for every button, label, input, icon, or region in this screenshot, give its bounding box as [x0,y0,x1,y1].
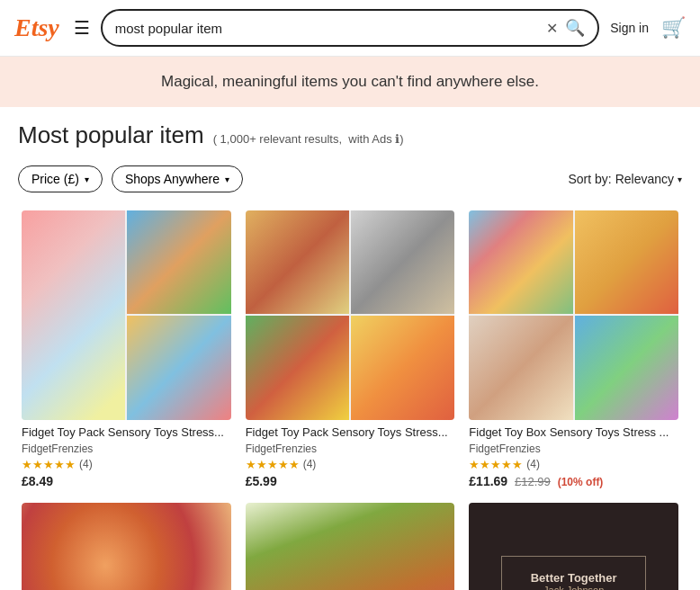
shops-chevron-icon: ▾ [225,174,229,184]
bt-title: Better Together [520,571,627,585]
product-img-bl-2 [246,316,349,419]
product-img-bl-3 [469,316,572,419]
product-image-1 [22,210,231,420]
product-card-6[interactable]: Better Together Jack Johnson [462,496,686,590]
product-img-tr-3 [575,210,678,314]
bt-artist: Jack Johnson [520,585,627,590]
filters-row: Price (£) ▾ Shops Anywhere ▾ Sort by: Re… [0,156,700,203]
product-img-br-3 [575,316,678,419]
bt-card-inner: Better Together Jack Johnson [501,556,646,590]
search-bar: ✕ 🔍 [101,9,599,47]
stars-1: ★★★★★ [22,458,76,471]
product-shop-3: FidgetFrenzies [469,442,678,455]
header-actions: Sign in 🛒 [610,16,686,40]
stars-3: ★★★★★ [469,458,523,471]
product-card-3[interactable]: Fidget Toy Box Sensory Toys Stress ... F… [462,203,686,496]
sort-label: Sort by: Relevancy [569,172,675,186]
rating-count-3: (4) [526,458,540,470]
price-discount-3: (10% off) [558,476,604,488]
product-img-bl-1 [127,316,230,419]
product-card-4[interactable] [14,496,238,590]
bottom-product-row: Better Together Jack Johnson [0,496,700,590]
product-img-br-2 [351,316,454,419]
price-chevron-icon: ▾ [85,174,89,184]
results-header: Most popular item ( 1,000+ relevant resu… [0,107,700,156]
product-rating-1: ★★★★★ (4) [22,458,231,471]
search-input[interactable] [115,21,539,36]
search-clear-icon[interactable]: ✕ [546,20,558,37]
product-image-5 [246,503,455,590]
product-price-1: £8.49 [22,474,231,488]
results-title: Most popular item [18,121,204,149]
rating-count-2: (4) [303,458,317,470]
cart-icon[interactable]: 🛒 [661,16,686,40]
shops-filter-button[interactable]: Shops Anywhere ▾ [112,165,243,192]
product-image-2 [246,210,455,420]
price-filter-label: Price (£) [31,172,79,186]
header: Etsy ☰ ✕ 🔍 Sign in 🛒 [0,0,700,57]
sort-chevron-icon: ▾ [678,174,682,184]
results-meta: ( 1,000+ relevant results, with Ads ℹ) [213,132,404,146]
sign-in-link[interactable]: Sign in [610,21,649,35]
product-title-3: Fidget Toy Box Sensory Toys Stress ... [469,425,678,441]
product-img-tl-2 [246,210,349,314]
product-shop-1: FidgetFrenzies [22,442,231,455]
product-shop-2: FidgetFrenzies [246,442,455,455]
sort-selector[interactable]: Sort by: Relevancy ▾ [569,172,683,186]
price-filter-button[interactable]: Price (£) ▾ [18,165,103,192]
product-img-tr-2 [351,210,454,314]
hamburger-icon[interactable]: ☰ [74,17,90,39]
product-img-tr-1 [127,210,230,314]
price-current-3: £11.69 [469,474,507,488]
shops-filter-label: Shops Anywhere [125,172,220,186]
product-title-1: Fidget Toy Pack Sensory Toys Stress... [22,425,231,441]
product-card-5[interactable] [238,496,462,590]
product-image-3 [469,210,678,420]
product-price-2: £5.99 [246,474,455,488]
product-rating-3: ★★★★★ (4) [469,458,678,471]
product-image-6: Better Together Jack Johnson [469,503,678,590]
search-submit-icon[interactable]: 🔍 [565,18,585,38]
etsy-logo[interactable]: Etsy [14,13,59,42]
product-img-main-1 [22,210,125,420]
product-grid: Fidget Toy Pack Sensory Toys Stress... F… [0,203,700,496]
stars-2: ★★★★★ [246,458,300,471]
product-card-2[interactable]: Fidget Toy Pack Sensory Toys Stress... F… [238,203,462,496]
price-original-3: £12.99 [515,475,551,488]
product-image-4 [22,503,231,590]
product-title-2: Fidget Toy Pack Sensory Toys Stress... [246,425,455,441]
product-rating-2: ★★★★★ (4) [246,458,455,471]
rating-count-1: (4) [79,458,93,470]
banner-text: Magical, meaningful items you can't find… [161,73,539,90]
banner: Magical, meaningful items you can't find… [0,57,700,107]
product-img-tl-3 [469,210,572,314]
product-card-1[interactable]: Fidget Toy Pack Sensory Toys Stress... F… [14,203,238,496]
product-price-3: £11.69 £12.99 (10% off) [469,474,678,488]
